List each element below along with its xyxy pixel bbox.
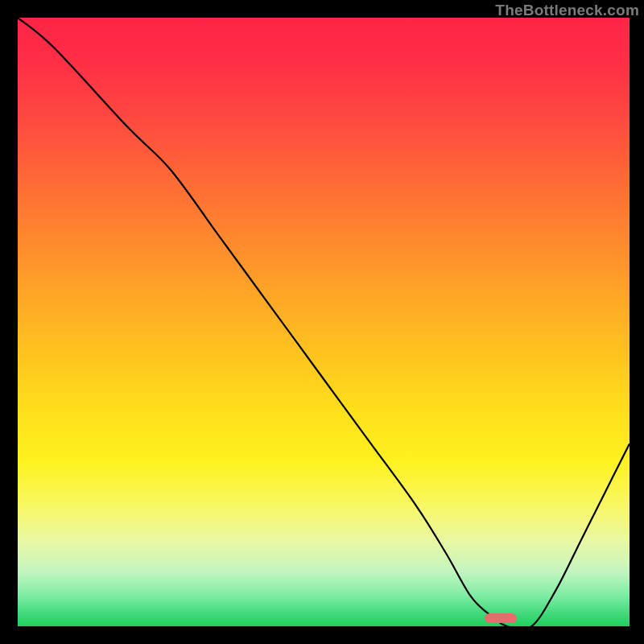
plot-area	[18, 18, 630, 626]
watermark-text: TheBottleneck.com	[495, 2, 639, 19]
optimal-marker	[485, 613, 517, 623]
bottleneck-curve	[18, 18, 630, 626]
